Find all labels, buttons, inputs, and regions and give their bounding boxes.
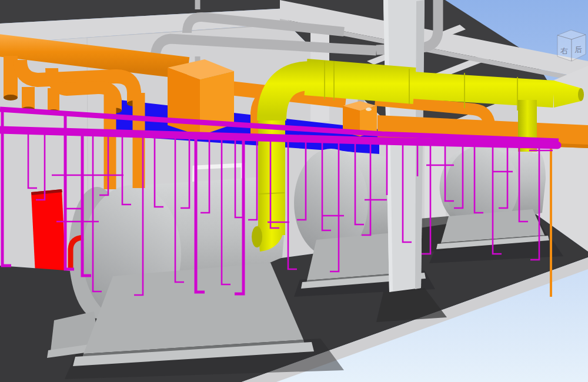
box-label-tag — [366, 108, 372, 111]
box-left-face — [168, 68, 200, 136]
model-viewport[interactable]: 右 后 — [0, 0, 588, 382]
door-group[interactable] — [31, 189, 66, 274]
red-door[interactable] — [31, 189, 66, 274]
yellow-pipe-end — [252, 226, 262, 247]
viewcube[interactable]: 右 后 — [557, 30, 586, 61]
viewcube-back-label[interactable]: 后 — [574, 45, 582, 54]
yellow-header-main[interactable] — [306, 77, 415, 86]
yellow-header-taper[interactable] — [412, 85, 554, 94]
pipe-open-end — [4, 95, 18, 100]
structural-column[interactable] — [383, 0, 425, 292]
yellow-pipe-end — [578, 88, 584, 101]
viewcube-right-label[interactable]: 右 — [560, 46, 568, 55]
tank-pedestal[interactable] — [83, 263, 303, 354]
